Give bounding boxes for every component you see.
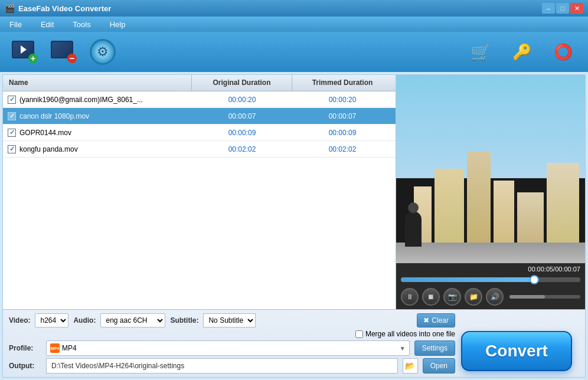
menu-file[interactable]: File — [6, 19, 25, 30]
add-video-button[interactable]: + — [8, 36, 41, 68]
output-path-input[interactable] — [46, 358, 398, 374]
video-preview — [396, 75, 585, 263]
settings-gear-icon: ⚙ — [90, 39, 116, 65]
file-name-cell: kongfu panda.mov — [3, 145, 192, 153]
table-row[interactable]: kongfu panda.mov 00:02:02 00:02:02 — [3, 141, 396, 158]
trimmed-duration-cell: 00:00:07 — [292, 112, 393, 120]
file-list-container: Name Original Duration Trimmed Duration … — [3, 75, 585, 309]
column-header-trimmed: Trimmed Duration — [292, 75, 393, 91]
output-row: Output: 📂 Open — [9, 358, 455, 374]
mp4-icon: MP4 — [50, 343, 60, 353]
building-2 — [435, 169, 464, 245]
window-controls: – □ ✕ — [542, 3, 583, 14]
cart-button[interactable]: 🛒 — [464, 36, 497, 68]
trimmed-duration-cell: 00:00:09 — [292, 129, 393, 137]
seek-bar[interactable] — [401, 277, 580, 282]
bottom-controls: Video: h264 Audio: eng aac 6CH Subtitle:… — [3, 309, 585, 377]
plus-icon: + — [28, 54, 38, 63]
convert-area: Convert — [461, 331, 579, 371]
original-duration-cell: 00:00:07 — [192, 112, 292, 120]
video-select[interactable]: h264 — [35, 313, 68, 327]
minimize-button[interactable]: – — [542, 3, 555, 14]
original-duration-cell: 00:00:09 — [192, 129, 292, 137]
merge-row: Merge all videos into one file — [9, 330, 455, 338]
app-title: EaseFab Video Converter — [18, 4, 111, 13]
table-row[interactable]: GOPR0144.mov 00:00:09 00:00:09 — [3, 125, 396, 141]
app-icon: 🎬 — [5, 4, 15, 13]
toolbar-right: 🛒 🔑 ⭕ — [464, 36, 580, 68]
menu-edit[interactable]: Edit — [37, 19, 57, 30]
file-name-cell: canon dslr 1080p.mov — [3, 112, 192, 120]
clear-x-icon: ✖ — [423, 316, 429, 325]
profile-select-arrow: ▼ — [400, 345, 406, 352]
file-checkbox[interactable] — [8, 145, 16, 153]
volume-button[interactable]: 🔊 — [486, 288, 504, 306]
subtitle-label: Subtitle: — [170, 316, 198, 325]
help-icon: ⭕ — [550, 39, 576, 65]
menu-tools[interactable]: Tools — [69, 19, 94, 30]
video-label: Video: — [9, 316, 30, 325]
maximize-button[interactable]: □ — [556, 3, 569, 14]
table-row[interactable]: canon dslr 1080p.mov 00:00:07 00:00:07 — [3, 108, 396, 125]
person-body — [405, 211, 422, 247]
help-button[interactable]: ⭕ — [547, 36, 580, 68]
merge-checkbox[interactable] — [355, 330, 363, 338]
remove-video-button[interactable]: – — [47, 36, 80, 68]
trimmed-duration-cell: 00:02:02 — [292, 145, 393, 153]
title-bar: 🎬 EaseFab Video Converter – □ ✕ — [0, 0, 588, 17]
file-checkbox[interactable] — [8, 129, 16, 137]
seek-progress — [401, 277, 535, 282]
profile-row: Profile: MP4 MP4 ▼ Settings — [9, 340, 455, 356]
file-checkbox[interactable] — [8, 96, 16, 104]
table-row[interactable]: (yannik1960@gmail.com)IMG_8061_... 00:00… — [3, 91, 396, 108]
seek-bar-container[interactable] — [396, 275, 585, 284]
settings-profile-button[interactable]: Settings — [414, 340, 455, 356]
profile-select-container: MP4 MP4 ▼ — [46, 340, 410, 356]
main-area: Name Original Duration Trimmed Duration … — [2, 74, 586, 378]
profile-label: Profile: — [9, 344, 41, 352]
audio-label: Audio: — [73, 316, 96, 325]
merge-label: Merge all videos into one file — [365, 330, 455, 338]
preview-time-display: 00:00:05/00:00:07 — [396, 263, 585, 275]
cart-icon: 🛒 — [468, 39, 494, 65]
preview-panel: 00:00:05/00:00:07 ⏸ ⏹ 📷 📁 🔊 — [396, 75, 585, 309]
snapshot-button[interactable]: 📷 — [443, 288, 461, 306]
file-checkbox[interactable] — [8, 112, 16, 120]
building-4 — [494, 181, 514, 245]
open-output-button[interactable]: Open — [423, 358, 455, 374]
settings-button[interactable]: ⚙ — [86, 36, 119, 68]
output-label: Output: — [9, 362, 41, 370]
seek-thumb[interactable] — [530, 275, 539, 284]
building-3 — [467, 151, 491, 245]
profile-value: MP4 — [62, 344, 77, 352]
remove-video-icon: – — [51, 41, 77, 63]
column-header-name: Name — [3, 75, 192, 91]
close-button[interactable]: ✕ — [570, 3, 583, 14]
toolbar: + – ⚙ 🛒 🔑 ⭕ — [0, 32, 588, 72]
original-duration-cell: 00:02:02 — [192, 145, 292, 153]
original-duration-cell: 00:00:20 — [192, 96, 292, 104]
stop-button[interactable]: ⏹ — [422, 288, 440, 306]
file-name-cell: GOPR0144.mov — [3, 129, 192, 137]
building-6 — [547, 163, 579, 245]
video-frame — [396, 75, 585, 263]
subtitle-select[interactable]: No Subtitle — [203, 313, 256, 327]
player-controls: ⏸ ⏹ 📷 📁 🔊 — [396, 284, 585, 309]
file-list-body: (yannik1960@gmail.com)IMG_8061_... 00:00… — [3, 91, 396, 309]
key-icon: 🔑 — [509, 39, 535, 65]
key-button[interactable]: 🔑 — [505, 36, 538, 68]
pause-button[interactable]: ⏸ — [401, 288, 419, 306]
file-name-cell: (yannik1960@gmail.com)IMG_8061_... — [3, 96, 192, 104]
menu-help[interactable]: Help — [106, 19, 129, 30]
column-header-original: Original Duration — [192, 75, 292, 91]
convert-button[interactable]: Convert — [461, 331, 572, 371]
volume-bar[interactable] — [509, 295, 580, 299]
format-row: Video: h264 Audio: eng aac 6CH Subtitle:… — [9, 313, 455, 327]
browse-folder-button[interactable]: 📂 — [403, 358, 418, 374]
minus-icon: – — [67, 54, 77, 63]
file-table: Name Original Duration Trimmed Duration … — [3, 75, 396, 309]
audio-select[interactable]: eng aac 6CH — [100, 313, 165, 327]
trimmed-duration-cell: 00:00:20 — [292, 96, 393, 104]
open-folder-button[interactable]: 📁 — [465, 288, 482, 306]
clear-button[interactable]: ✖ Clear — [417, 313, 455, 327]
